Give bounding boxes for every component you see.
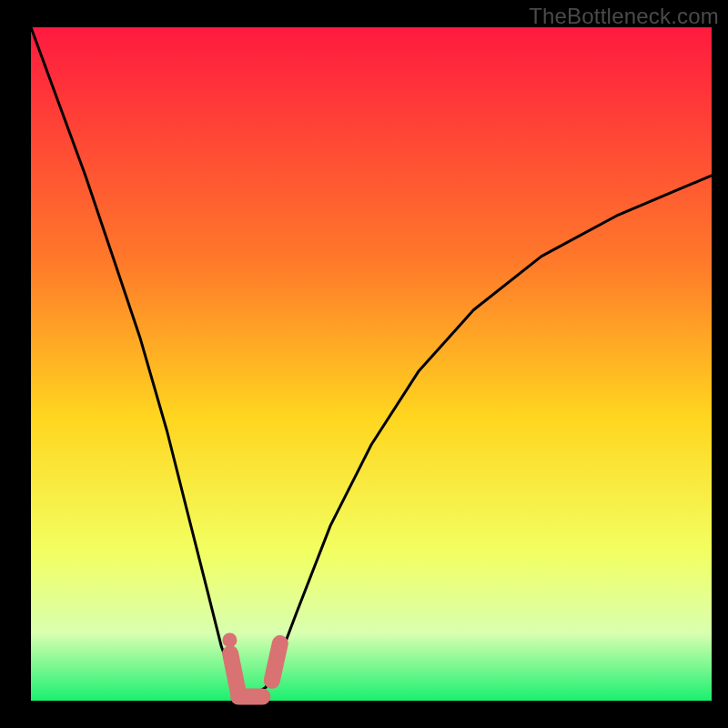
watermark-text: TheBottleneck.com xyxy=(529,4,719,29)
chart-frame: { "watermark": "TheBottleneck.com", "col… xyxy=(0,0,728,728)
marker-left-knob xyxy=(222,632,237,647)
marker-left-dab xyxy=(230,653,238,693)
chart-svg xyxy=(0,0,728,728)
marker-right-dab xyxy=(272,643,280,681)
plot-background xyxy=(31,27,712,701)
